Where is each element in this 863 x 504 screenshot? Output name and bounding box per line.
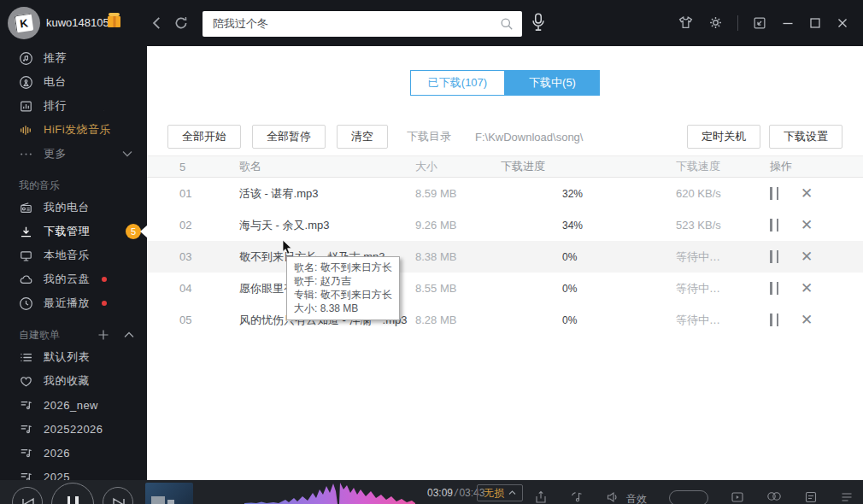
search-icon[interactable] [500,17,514,31]
title-bar: K kuwo148105··· [0,0,863,46]
sidebar-label: 排行 [44,98,67,114]
share-icon[interactable] [534,490,548,504]
app-logo[interactable]: K [8,7,40,39]
search-input[interactable] [213,18,500,31]
sidebar-item-playlist[interactable]: 202522026 [0,417,147,441]
sidebar-item-playlist[interactable]: 2026_new [0,393,147,417]
section-header-label: 我的音乐 [19,179,60,193]
download-settings-button[interactable]: 下载设置 [769,125,842,149]
pause-all-button[interactable]: 全部暂停 [252,125,326,149]
search-box[interactable] [203,11,522,37]
skin-theme-icon[interactable] [678,15,694,31]
header-speed: 下载速度 [676,159,770,174]
close-button[interactable] [836,16,849,30]
sidebar-label: 推荐 [44,50,67,66]
download-speed: 等待中… [676,281,770,296]
pause-icon[interactable] [770,187,778,200]
lyrics-icon[interactable] [804,490,818,504]
progress-percent: 0% [562,251,577,263]
quality-selector[interactable]: 无损 [477,484,523,501]
chevron-down-icon[interactable] [121,149,133,158]
pause-icon[interactable] [770,250,778,263]
pause-button[interactable] [51,483,94,504]
sidebar-item-hifi[interactable]: HiFi发烧音乐 [0,118,147,142]
sidebar-item-ranking[interactable]: 排行 [0,94,147,118]
tab-downloaded[interactable]: 已下载(107) [410,70,505,96]
playlist-icon [19,398,33,413]
song-size: 8.38 MB [415,250,501,263]
back-button[interactable] [150,15,165,31]
table-row[interactable]: 05 风的忧伤只有云知道 - 洋澜一.mp3 8.28 MB 0% 等待中… ✕ [147,304,863,336]
tab-downloading[interactable]: 下载中(5) [505,70,600,96]
mini-mode-icon[interactable] [752,15,767,31]
sidebar-item-playlist[interactable]: 2026 [0,441,147,465]
sidebar-label: 2026_new [44,399,98,412]
album-art-thumbnail[interactable] [145,483,193,504]
tooltip-album: 专辑: 敬不到来日方长 [294,288,392,302]
pause-bars-icon [68,496,79,504]
next-track-button[interactable] [103,487,133,504]
gift-icon[interactable] [108,16,120,27]
sidebar-item-default-list[interactable]: 默认列表 [0,345,147,369]
pause-icon[interactable] [770,282,778,295]
sidebar-item-cloud-drive[interactable]: 我的云盘 [0,267,147,291]
cloud-icon [19,273,33,287]
add-playlist-icon[interactable] [97,329,109,341]
cancel-icon[interactable]: ✕ [801,218,813,232]
progress-percent: 34% [562,220,583,231]
section-my-music: 我的音乐 [0,175,147,196]
play-mode-pill[interactable] [669,490,708,504]
pause-icon[interactable] [770,314,778,326]
mv-icon[interactable] [731,490,744,504]
recognize-song-icon[interactable] [570,490,584,504]
sound-effect-icon[interactable] [606,490,619,504]
sidebar-label: 我的收藏 [44,373,90,389]
cancel-icon[interactable]: ✕ [801,249,813,264]
song-size: 8.59 MB [415,187,501,200]
sidebar-item-my-radio[interactable]: 我的电台 [0,196,147,220]
red-dot-indicator [102,301,107,306]
radio-box-icon [19,201,33,215]
playlist-queue-icon[interactable] [840,490,854,504]
row-index: 02 [167,219,239,231]
pause-icon[interactable] [770,219,778,231]
scheduled-shutdown-button[interactable]: 定时关机 [687,125,760,149]
cancel-icon[interactable]: ✕ [801,313,813,327]
download-table: 5 歌名 大小 下载进度 下载速度 操作 01 活该 - 谌宥.mp3 8.59… [147,155,863,336]
sidebar-item-local-music[interactable]: 本地音乐 [0,243,147,267]
previous-track-button[interactable] [12,487,43,504]
table-row[interactable]: 01 活该 - 谌宥.mp3 8.59 MB 32% 620 KB/s ✕ [147,178,863,209]
start-all-button[interactable]: 全部开始 [167,125,241,149]
cancel-icon[interactable]: ✕ [801,281,813,296]
together-listen-icon[interactable] [766,490,782,502]
sidebar-item-more[interactable]: 更多 [0,142,147,166]
sidebar-item-download-manager[interactable]: 下载管理 5 [0,220,147,243]
settings-gear-icon[interactable] [707,15,724,31]
sidebar: 推荐 电台 排行 HiFi发烧音乐 更多 我的音乐 我的电台 下载管理 [0,46,147,480]
collapse-chevron-up-icon[interactable] [123,331,135,339]
song-info-tooltip: 歌名: 敬不到来日方长 歌手: 赵乃吉 专辑: 敬不到来日方长 大小: 8.38… [286,256,400,320]
sidebar-item-recommend[interactable]: 推荐 [0,46,147,70]
minimize-button[interactable] [781,16,795,30]
cancel-icon[interactable]: ✕ [801,186,813,201]
elapsed-time: 03:09 [427,487,453,499]
playlist-icon [19,422,33,437]
refresh-button[interactable] [173,15,189,31]
list-icon [19,350,33,365]
table-row[interactable]: 04 愿你眼里有光不 8.55 MB 0% 等待中… ✕ [147,273,863,304]
progress-percent: 32% [562,188,583,200]
sidebar-item-radio[interactable]: 电台 [0,70,147,94]
song-name: 活该 - 谌宥.mp3 [239,186,415,202]
table-row[interactable]: 02 海与天 - 余又.mp3 9.26 MB 34% 523 KB/s ✕ [147,209,863,241]
sound-effect-label[interactable]: 音效 [626,490,647,504]
clear-button[interactable]: 清空 [337,125,388,149]
download-dir-path[interactable]: F:\KwDownload\song\ [475,131,583,144]
heart-icon [19,374,33,389]
maximize-button[interactable] [808,16,822,30]
kuwo-music-window: K kuwo148105··· [0,0,863,504]
microphone-icon[interactable] [530,12,547,34]
sidebar-item-favorites[interactable]: 我的收藏 [0,369,147,393]
download-speed: 523 KB/s [676,219,770,231]
table-row-hovered[interactable]: 03 敬不到来日方长 - 赵乃吉.mp3 8.38 MB 0% 等待中… ✕ [147,241,863,273]
sidebar-item-recent-play[interactable]: 最近播放 [0,291,147,315]
